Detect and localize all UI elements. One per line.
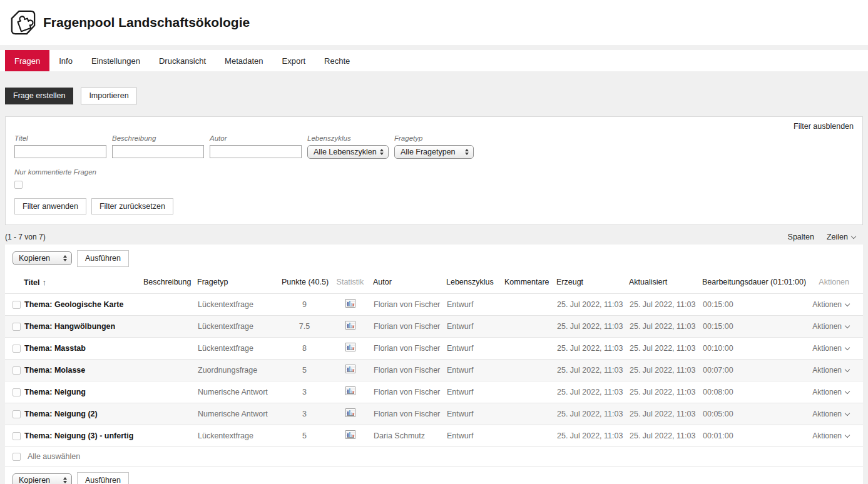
row-actions-dropdown[interactable]: Aktionen	[812, 322, 849, 331]
tab-bar: Fragen Info Einstellungen Druckansicht M…	[0, 50, 868, 71]
execute-button-bottom[interactable]: Ausführen	[77, 472, 129, 484]
tab-export[interactable]: Export	[273, 50, 315, 71]
question-title-link[interactable]: Thema: Masstab	[24, 344, 86, 353]
chevron-down-icon	[845, 323, 850, 328]
execute-button-top[interactable]: Ausführen	[77, 250, 129, 267]
row-checkbox[interactable]	[13, 345, 21, 353]
select-all-checkbox[interactable]	[13, 453, 21, 461]
bulk-action-bar-top: Kopieren Ausführen	[5, 248, 863, 271]
question-created: 25. Jul 2022, 11:03	[556, 403, 629, 425]
statistics-icon[interactable]	[345, 299, 355, 308]
tab-info[interactable]: Info	[49, 50, 82, 71]
titel-input[interactable]	[14, 145, 106, 158]
question-updated: 25. Jul 2022, 11:03	[629, 359, 702, 381]
statistics-icon[interactable]	[345, 430, 355, 439]
question-updated: 25. Jul 2022, 11:03	[629, 293, 702, 315]
row-checkbox[interactable]	[13, 301, 21, 309]
col-header-erzeugt[interactable]: Erzeugt	[556, 271, 629, 294]
row-actions-dropdown[interactable]: Aktionen	[812, 431, 849, 440]
row-actions-dropdown[interactable]: Aktionen	[812, 410, 849, 418]
question-comments	[504, 359, 556, 381]
row-checkbox[interactable]	[13, 388, 21, 396]
question-author: Daria Schmutz	[373, 425, 446, 446]
hide-filter-link[interactable]: Filter ausblenden	[794, 122, 854, 131]
tab-metadaten[interactable]: Metadaten	[215, 50, 272, 71]
row-checkbox[interactable]	[13, 323, 21, 331]
col-header-autor[interactable]: Autor	[373, 271, 446, 294]
question-points: 9	[282, 293, 327, 315]
kommentiert-label: Nur kommentierte Fragen	[14, 168, 854, 176]
row-actions-dropdown[interactable]: Aktionen	[812, 300, 849, 309]
autor-input[interactable]	[210, 145, 302, 158]
question-comments	[504, 425, 556, 446]
question-points: 8	[282, 337, 327, 359]
row-checkbox[interactable]	[13, 410, 21, 418]
col-header-titel[interactable]: Titel↑	[24, 271, 143, 294]
question-author: Florian von Fischer	[373, 337, 446, 359]
question-title-link[interactable]: Thema: Molasse	[24, 366, 85, 375]
lebenszyklus-select[interactable]: Alle Lebenszyklen	[307, 145, 389, 159]
col-header-bearbeitungsdauer[interactable]: Bearbeitungsdauer (01:01:00)	[702, 271, 810, 294]
col-header-kommentare[interactable]: Kommentare	[504, 271, 556, 294]
question-title-link[interactable]: Thema: Geologische Karte	[24, 300, 123, 309]
row-checkbox[interactable]	[13, 432, 21, 440]
apply-filter-button[interactable]: Filter anwenden	[14, 198, 86, 215]
select-arrows-icon	[380, 149, 384, 155]
select-arrows-icon	[63, 255, 67, 261]
statistics-icon[interactable]	[345, 365, 355, 373]
question-updated: 25. Jul 2022, 11:03	[629, 381, 702, 403]
question-lifecycle: Entwurf	[446, 359, 504, 381]
question-created: 25. Jul 2022, 11:03	[556, 425, 629, 446]
question-type: Lückentextfrage	[197, 315, 282, 337]
statistics-icon[interactable]	[345, 343, 355, 351]
question-title-link[interactable]: Thema: Neigung (3) - unfertig	[24, 431, 133, 440]
chevron-down-icon	[845, 301, 850, 306]
bulk-action-select-bottom[interactable]: Kopieren	[13, 473, 72, 484]
filter-field-fragetyp: Fragetyp Alle Fragetypen	[394, 134, 474, 159]
bulk-action-value: Kopieren	[19, 254, 50, 263]
tab-fragen[interactable]: Fragen	[5, 50, 49, 71]
question-title-link[interactable]: Thema: Hangwölbungen	[24, 322, 115, 331]
col-header-fragetyp[interactable]: Fragetyp	[197, 271, 282, 294]
create-question-button[interactable]: Frage erstellen	[5, 88, 73, 104]
question-title-link[interactable]: Thema: Neigung (2)	[24, 410, 98, 418]
table-header-row: Titel↑ Beschreibung Fragetyp Punkte (40.…	[5, 271, 863, 294]
rows-selector[interactable]: Zeilen	[827, 233, 855, 241]
reset-filter-button[interactable]: Filter zurücksetzen	[91, 198, 173, 215]
statistics-icon[interactable]	[345, 321, 355, 330]
row-actions-dropdown[interactable]: Aktionen	[812, 388, 849, 396]
tab-rechte[interactable]: Rechte	[315, 50, 359, 71]
kommentiert-checkbox[interactable]	[14, 181, 23, 189]
question-pool-icon	[10, 9, 36, 36]
question-author: Florian von Fischer	[373, 359, 446, 381]
columns-selector[interactable]: Spalten	[788, 233, 814, 241]
question-created: 25. Jul 2022, 11:03	[556, 359, 629, 381]
question-description	[143, 337, 197, 359]
row-checkbox[interactable]	[13, 366, 21, 375]
col-header-lebenszyklus[interactable]: Lebenszyklus	[446, 271, 504, 294]
import-button[interactable]: Importieren	[81, 88, 136, 104]
question-title-link[interactable]: Thema: Neigung	[24, 388, 86, 396]
col-header-punkte[interactable]: Punkte (40.5)	[282, 271, 327, 294]
col-header-checkbox	[5, 271, 24, 294]
tab-einstellungen[interactable]: Einstellungen	[82, 50, 150, 71]
col-header-aktualisiert[interactable]: Aktualisiert	[629, 271, 702, 294]
col-header-beschreibung[interactable]: Beschreibung	[143, 271, 197, 294]
statistics-icon[interactable]	[345, 408, 355, 417]
question-lifecycle: Entwurf	[446, 381, 504, 403]
beschreibung-input[interactable]	[112, 145, 204, 158]
question-updated: 25. Jul 2022, 11:03	[629, 425, 702, 446]
question-type: Lückentextfrage	[197, 337, 282, 359]
question-points: 5	[282, 359, 327, 381]
question-duration: 00:01:00	[702, 425, 810, 446]
question-comments	[504, 315, 556, 337]
tab-druckansicht[interactable]: Druckansicht	[150, 50, 215, 71]
statistics-icon[interactable]	[345, 386, 355, 395]
question-table: Titel↑ Beschreibung Fragetyp Punkte (40.…	[5, 271, 863, 447]
bulk-action-select-top[interactable]: Kopieren	[13, 251, 72, 265]
row-actions-dropdown[interactable]: Aktionen	[812, 344, 849, 353]
fragetyp-select[interactable]: Alle Fragetypen	[394, 145, 474, 159]
question-type: Numerische Antwort	[197, 403, 282, 425]
filter-field-kommentiert: Nur kommentierte Fragen	[14, 168, 854, 189]
row-actions-dropdown[interactable]: Aktionen	[812, 366, 849, 375]
